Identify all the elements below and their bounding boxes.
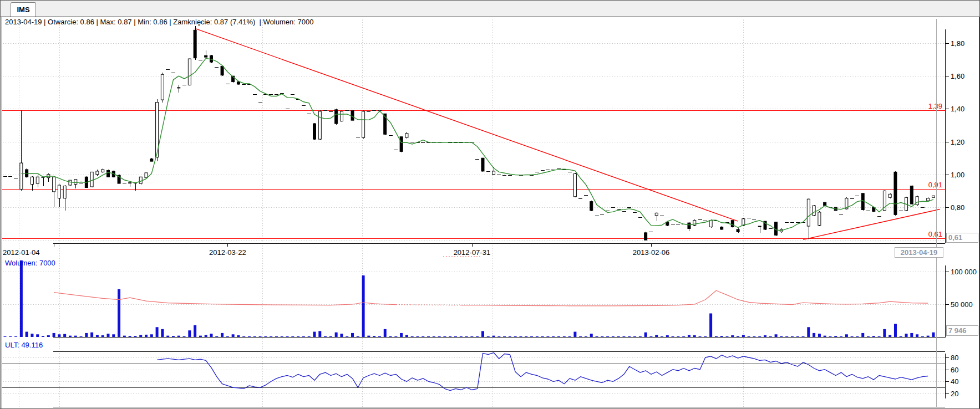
volume-bar bbox=[737, 336, 739, 337]
volume-bar bbox=[470, 336, 473, 337]
volume-bar bbox=[775, 334, 778, 337]
volume-bar bbox=[497, 336, 500, 337]
candle-down bbox=[688, 223, 690, 228]
volume-bar bbox=[541, 336, 544, 337]
volume-bar bbox=[259, 336, 262, 337]
volume-bar bbox=[758, 336, 761, 337]
volume-bar bbox=[585, 336, 587, 337]
volume-bar bbox=[335, 333, 338, 337]
volume-bar bbox=[281, 336, 283, 337]
candle-up bbox=[927, 198, 930, 201]
candle-up bbox=[807, 199, 810, 226]
volume-axis-label: 50 000 bbox=[951, 300, 973, 309]
volume-bar bbox=[530, 336, 533, 337]
volume-bar bbox=[80, 336, 83, 337]
volume-bar bbox=[297, 336, 299, 337]
volume-bar bbox=[367, 336, 370, 337]
volume-bar bbox=[628, 336, 631, 337]
volume-bar bbox=[845, 334, 848, 337]
date-axis-label: 2013-02-06 bbox=[633, 248, 670, 257]
ult-axis-label: 20 bbox=[951, 390, 958, 398]
volume-bar bbox=[796, 336, 799, 337]
date-axis-label: 2012-07-31 bbox=[454, 248, 491, 257]
volume-bar bbox=[226, 336, 229, 337]
volume-bar bbox=[384, 329, 387, 337]
candle-up bbox=[405, 134, 408, 137]
volume-bar bbox=[373, 336, 375, 337]
volume-bar bbox=[221, 333, 224, 337]
volume-marker-box: 7 946 bbox=[946, 325, 978, 336]
volume-axis-label: 100 000 bbox=[951, 268, 977, 276]
volume-bar bbox=[357, 336, 359, 337]
candle-up bbox=[916, 197, 918, 205]
downtrend-line bbox=[195, 28, 738, 221]
volume-bar bbox=[579, 336, 582, 337]
quote-info-bar: 2013-04-19 | Otwarcie: 0.86 | Max: 0.87 … bbox=[5, 18, 313, 26]
volume-bar bbox=[9, 336, 12, 337]
candle-up bbox=[90, 172, 93, 187]
candle-up bbox=[96, 171, 99, 175]
candle-down bbox=[237, 82, 240, 84]
ult-axis-label: 60 bbox=[951, 366, 958, 374]
candle-up bbox=[58, 185, 60, 198]
date-axis-label: 2012-03-22 bbox=[209, 248, 246, 257]
volume-bar bbox=[834, 336, 837, 337]
volume-bar bbox=[161, 329, 164, 337]
volume-bar bbox=[183, 336, 186, 337]
volume-bar bbox=[362, 275, 365, 337]
volume-bar bbox=[840, 336, 842, 337]
candle-up bbox=[573, 173, 576, 196]
volume-bar bbox=[503, 336, 506, 337]
volume-bar bbox=[449, 336, 451, 337]
volume-bar bbox=[557, 336, 560, 337]
volume-bar bbox=[394, 336, 397, 337]
candle-up bbox=[145, 173, 148, 178]
volume-bar bbox=[275, 336, 278, 337]
volume-bar bbox=[248, 336, 251, 337]
volume-bar bbox=[715, 336, 718, 337]
volume-bar bbox=[145, 335, 148, 337]
candle-up bbox=[129, 183, 131, 183]
ult-axis-label: 40 bbox=[951, 377, 958, 386]
volume-bar bbox=[785, 336, 788, 337]
support-line-label: 1,39 bbox=[928, 102, 942, 110]
candle-up bbox=[709, 221, 712, 227]
volume-bar bbox=[476, 336, 479, 337]
price-axis-label: 1,40 bbox=[951, 105, 964, 113]
volume-bar bbox=[188, 330, 191, 337]
candle-down bbox=[150, 159, 153, 161]
candle-up bbox=[63, 186, 66, 198]
chart-canvas[interactable]: 1,390,910,611,801,601,401,201,000,80100 … bbox=[1, 1, 980, 409]
volume-bar bbox=[764, 335, 766, 337]
volume-bar bbox=[639, 336, 642, 337]
volume-bar bbox=[568, 336, 571, 337]
candle-up bbox=[362, 111, 365, 137]
volume-bar bbox=[417, 336, 419, 337]
volume-bar bbox=[644, 333, 647, 337]
volume-bar bbox=[177, 336, 180, 337]
candle-up bbox=[74, 180, 77, 185]
volume-bar bbox=[514, 336, 517, 337]
candle-up bbox=[492, 171, 495, 175]
volume-bar bbox=[346, 336, 348, 337]
price-axis-label: 1,80 bbox=[951, 39, 964, 48]
candle-down bbox=[720, 227, 723, 229]
volume-bar bbox=[351, 333, 354, 337]
volume-bar bbox=[210, 334, 213, 337]
volume-bar bbox=[324, 336, 327, 337]
volume-bar bbox=[96, 335, 99, 337]
volume-bar bbox=[753, 336, 755, 337]
volume-bar bbox=[400, 333, 403, 337]
volume-bar bbox=[232, 334, 235, 337]
volume-bar bbox=[546, 336, 549, 337]
volume-bar bbox=[888, 335, 891, 337]
candle-up bbox=[31, 177, 33, 184]
volume-bar bbox=[905, 334, 908, 337]
candle-down bbox=[894, 172, 897, 214]
volume-bar bbox=[340, 334, 343, 337]
volume-bar bbox=[666, 335, 669, 337]
volume-bar bbox=[818, 334, 821, 337]
candle-down bbox=[194, 30, 196, 58]
candle-down bbox=[644, 233, 647, 240]
volume-bar bbox=[601, 336, 603, 337]
